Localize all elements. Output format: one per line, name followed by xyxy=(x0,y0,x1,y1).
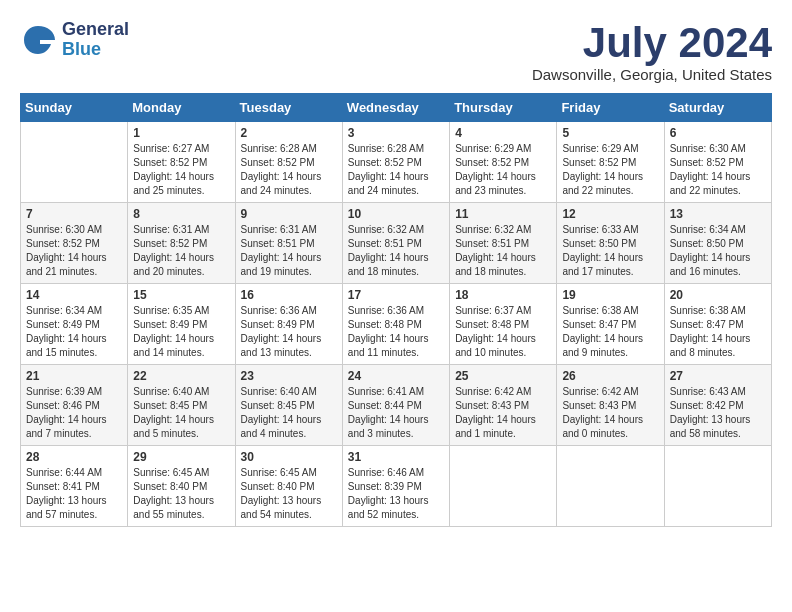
calendar-cell xyxy=(557,446,664,527)
calendar-cell: 30Sunrise: 6:45 AM Sunset: 8:40 PM Dayli… xyxy=(235,446,342,527)
day-info: Sunrise: 6:34 AM Sunset: 8:50 PM Dayligh… xyxy=(670,223,766,279)
calendar-cell: 21Sunrise: 6:39 AM Sunset: 8:46 PM Dayli… xyxy=(21,365,128,446)
week-row-4: 21Sunrise: 6:39 AM Sunset: 8:46 PM Dayli… xyxy=(21,365,772,446)
calendar-body: 1Sunrise: 6:27 AM Sunset: 8:52 PM Daylig… xyxy=(21,122,772,527)
calendar-cell: 2Sunrise: 6:28 AM Sunset: 8:52 PM Daylig… xyxy=(235,122,342,203)
logo-blue: Blue xyxy=(62,39,101,59)
calendar-header: Sunday Monday Tuesday Wednesday Thursday… xyxy=(21,94,772,122)
weekday-row: Sunday Monday Tuesday Wednesday Thursday… xyxy=(21,94,772,122)
calendar-cell: 9Sunrise: 6:31 AM Sunset: 8:51 PM Daylig… xyxy=(235,203,342,284)
day-number: 10 xyxy=(348,207,444,221)
calendar-cell: 25Sunrise: 6:42 AM Sunset: 8:43 PM Dayli… xyxy=(450,365,557,446)
day-number: 4 xyxy=(455,126,551,140)
header-tuesday: Tuesday xyxy=(235,94,342,122)
calendar-cell: 11Sunrise: 6:32 AM Sunset: 8:51 PM Dayli… xyxy=(450,203,557,284)
day-info: Sunrise: 6:43 AM Sunset: 8:42 PM Dayligh… xyxy=(670,385,766,441)
calendar-cell: 31Sunrise: 6:46 AM Sunset: 8:39 PM Dayli… xyxy=(342,446,449,527)
calendar-cell xyxy=(664,446,771,527)
day-number: 23 xyxy=(241,369,337,383)
calendar-cell xyxy=(450,446,557,527)
day-number: 9 xyxy=(241,207,337,221)
day-info: Sunrise: 6:38 AM Sunset: 8:47 PM Dayligh… xyxy=(670,304,766,360)
day-info: Sunrise: 6:45 AM Sunset: 8:40 PM Dayligh… xyxy=(133,466,229,522)
week-row-3: 14Sunrise: 6:34 AM Sunset: 8:49 PM Dayli… xyxy=(21,284,772,365)
day-number: 1 xyxy=(133,126,229,140)
day-info: Sunrise: 6:38 AM Sunset: 8:47 PM Dayligh… xyxy=(562,304,658,360)
day-info: Sunrise: 6:40 AM Sunset: 8:45 PM Dayligh… xyxy=(133,385,229,441)
day-info: Sunrise: 6:29 AM Sunset: 8:52 PM Dayligh… xyxy=(455,142,551,198)
calendar-table: Sunday Monday Tuesday Wednesday Thursday… xyxy=(20,93,772,527)
calendar-cell: 18Sunrise: 6:37 AM Sunset: 8:48 PM Dayli… xyxy=(450,284,557,365)
header-wednesday: Wednesday xyxy=(342,94,449,122)
logo-general: General xyxy=(62,19,129,39)
calendar-cell xyxy=(21,122,128,203)
calendar-cell: 6Sunrise: 6:30 AM Sunset: 8:52 PM Daylig… xyxy=(664,122,771,203)
month-title: July 2024 xyxy=(532,20,772,66)
day-number: 6 xyxy=(670,126,766,140)
day-info: Sunrise: 6:42 AM Sunset: 8:43 PM Dayligh… xyxy=(455,385,551,441)
calendar-cell: 24Sunrise: 6:41 AM Sunset: 8:44 PM Dayli… xyxy=(342,365,449,446)
day-number: 30 xyxy=(241,450,337,464)
day-info: Sunrise: 6:42 AM Sunset: 8:43 PM Dayligh… xyxy=(562,385,658,441)
location: Dawsonville, Georgia, United States xyxy=(532,66,772,83)
day-number: 5 xyxy=(562,126,658,140)
day-info: Sunrise: 6:30 AM Sunset: 8:52 PM Dayligh… xyxy=(26,223,122,279)
header-saturday: Saturday xyxy=(664,94,771,122)
day-number: 18 xyxy=(455,288,551,302)
day-number: 15 xyxy=(133,288,229,302)
day-number: 31 xyxy=(348,450,444,464)
day-info: Sunrise: 6:36 AM Sunset: 8:48 PM Dayligh… xyxy=(348,304,444,360)
day-number: 3 xyxy=(348,126,444,140)
calendar-cell: 10Sunrise: 6:32 AM Sunset: 8:51 PM Dayli… xyxy=(342,203,449,284)
title-block: July 2024 Dawsonville, Georgia, United S… xyxy=(532,20,772,83)
day-info: Sunrise: 6:33 AM Sunset: 8:50 PM Dayligh… xyxy=(562,223,658,279)
calendar-cell: 7Sunrise: 6:30 AM Sunset: 8:52 PM Daylig… xyxy=(21,203,128,284)
calendar-cell: 23Sunrise: 6:40 AM Sunset: 8:45 PM Dayli… xyxy=(235,365,342,446)
day-info: Sunrise: 6:28 AM Sunset: 8:52 PM Dayligh… xyxy=(348,142,444,198)
day-number: 13 xyxy=(670,207,766,221)
day-info: Sunrise: 6:36 AM Sunset: 8:49 PM Dayligh… xyxy=(241,304,337,360)
day-number: 25 xyxy=(455,369,551,383)
calendar-cell: 3Sunrise: 6:28 AM Sunset: 8:52 PM Daylig… xyxy=(342,122,449,203)
day-number: 14 xyxy=(26,288,122,302)
day-number: 28 xyxy=(26,450,122,464)
calendar-cell: 5Sunrise: 6:29 AM Sunset: 8:52 PM Daylig… xyxy=(557,122,664,203)
day-info: Sunrise: 6:41 AM Sunset: 8:44 PM Dayligh… xyxy=(348,385,444,441)
calendar-cell: 14Sunrise: 6:34 AM Sunset: 8:49 PM Dayli… xyxy=(21,284,128,365)
day-number: 29 xyxy=(133,450,229,464)
day-info: Sunrise: 6:39 AM Sunset: 8:46 PM Dayligh… xyxy=(26,385,122,441)
header-friday: Friday xyxy=(557,94,664,122)
day-number: 16 xyxy=(241,288,337,302)
header-monday: Monday xyxy=(128,94,235,122)
day-info: Sunrise: 6:34 AM Sunset: 8:49 PM Dayligh… xyxy=(26,304,122,360)
calendar-cell: 12Sunrise: 6:33 AM Sunset: 8:50 PM Dayli… xyxy=(557,203,664,284)
calendar-cell: 17Sunrise: 6:36 AM Sunset: 8:48 PM Dayli… xyxy=(342,284,449,365)
day-info: Sunrise: 6:37 AM Sunset: 8:48 PM Dayligh… xyxy=(455,304,551,360)
day-info: Sunrise: 6:31 AM Sunset: 8:51 PM Dayligh… xyxy=(241,223,337,279)
day-info: Sunrise: 6:27 AM Sunset: 8:52 PM Dayligh… xyxy=(133,142,229,198)
day-number: 20 xyxy=(670,288,766,302)
day-info: Sunrise: 6:45 AM Sunset: 8:40 PM Dayligh… xyxy=(241,466,337,522)
day-info: Sunrise: 6:46 AM Sunset: 8:39 PM Dayligh… xyxy=(348,466,444,522)
day-number: 7 xyxy=(26,207,122,221)
day-number: 2 xyxy=(241,126,337,140)
page-header: General Blue July 2024 Dawsonville, Geor… xyxy=(20,20,772,83)
day-number: 11 xyxy=(455,207,551,221)
day-info: Sunrise: 6:40 AM Sunset: 8:45 PM Dayligh… xyxy=(241,385,337,441)
day-number: 19 xyxy=(562,288,658,302)
week-row-5: 28Sunrise: 6:44 AM Sunset: 8:41 PM Dayli… xyxy=(21,446,772,527)
day-number: 21 xyxy=(26,369,122,383)
logo-text: General Blue xyxy=(62,20,129,60)
week-row-1: 1Sunrise: 6:27 AM Sunset: 8:52 PM Daylig… xyxy=(21,122,772,203)
calendar-cell: 19Sunrise: 6:38 AM Sunset: 8:47 PM Dayli… xyxy=(557,284,664,365)
day-number: 22 xyxy=(133,369,229,383)
day-info: Sunrise: 6:32 AM Sunset: 8:51 PM Dayligh… xyxy=(455,223,551,279)
calendar-cell: 22Sunrise: 6:40 AM Sunset: 8:45 PM Dayli… xyxy=(128,365,235,446)
calendar-cell: 29Sunrise: 6:45 AM Sunset: 8:40 PM Dayli… xyxy=(128,446,235,527)
calendar-cell: 16Sunrise: 6:36 AM Sunset: 8:49 PM Dayli… xyxy=(235,284,342,365)
day-info: Sunrise: 6:31 AM Sunset: 8:52 PM Dayligh… xyxy=(133,223,229,279)
calendar-cell: 20Sunrise: 6:38 AM Sunset: 8:47 PM Dayli… xyxy=(664,284,771,365)
day-number: 24 xyxy=(348,369,444,383)
week-row-2: 7Sunrise: 6:30 AM Sunset: 8:52 PM Daylig… xyxy=(21,203,772,284)
day-number: 26 xyxy=(562,369,658,383)
